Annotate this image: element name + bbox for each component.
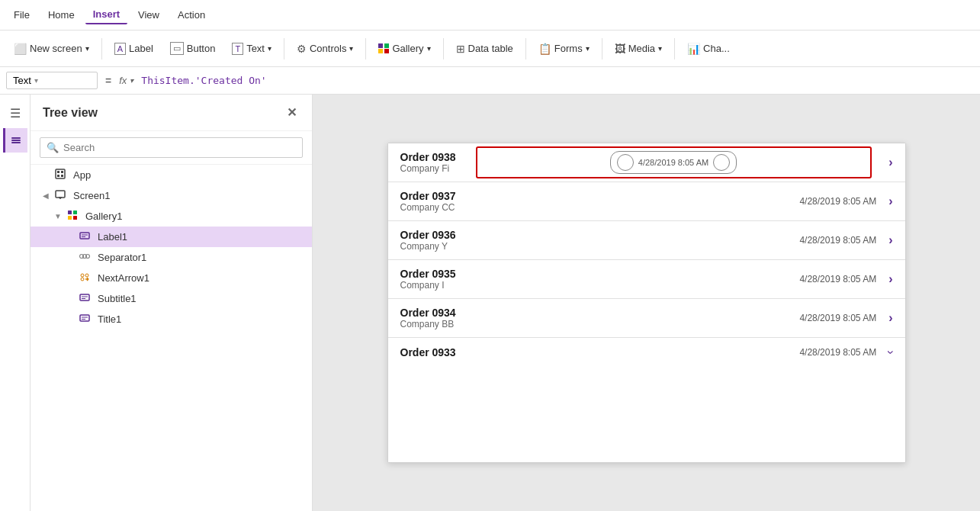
tree-items: App ◀ Screen1 ▼ <box>31 165 312 511</box>
tree-item-nextarrow1[interactable]: NextArrow1 <box>31 268 312 288</box>
gallery-item-0938[interactable]: Order 0938 Company Fi 4/28/2019 8:05 AM … <box>388 143 905 182</box>
svg-rect-12 <box>73 211 77 214</box>
search-icon: 🔍 <box>47 142 59 153</box>
expand-icon-screen1: ◀ <box>40 191 52 200</box>
selected-control-overlay: 4/28/2019 8:05 AM <box>476 146 872 178</box>
text-icon: T <box>232 43 243 55</box>
gallery-button[interactable]: Gallery ▾ <box>371 38 438 59</box>
chevron-down-icon-2: ▾ <box>268 44 272 53</box>
svg-rect-15 <box>80 233 89 239</box>
gallery-item-0935[interactable]: Order 0935 Company I 4/28/2019 8:05 AM › <box>388 260 905 299</box>
item-subtitle-0936: Company Y <box>400 241 788 252</box>
gallery-item-0937[interactable]: Order 0937 Company CC 4/28/2019 8:05 AM … <box>388 182 905 221</box>
svg-rect-2 <box>11 142 21 143</box>
svg-rect-7 <box>61 175 63 177</box>
toolbar-separator-4 <box>443 38 444 59</box>
item-chevron-0937: › <box>888 194 892 208</box>
item-text-0935: Order 0935 Company I <box>400 268 788 291</box>
tree-item-label: Label1 <box>98 231 127 243</box>
tree-item-label: Separator1 <box>98 252 146 263</box>
media-icon: 🖼 <box>615 43 625 55</box>
canvas-area: Order 0938 Company Fi 4/28/2019 8:05 AM … <box>313 95 980 511</box>
gallery-list: Order 0938 Company Fi 4/28/2019 8:05 AM … <box>388 143 905 462</box>
item-text-0936: Order 0936 Company Y <box>400 229 788 252</box>
menu-view[interactable]: View <box>130 6 167 24</box>
search-box: 🔍 <box>40 137 303 158</box>
formula-bar: Text ▾ = fx ▾ ThisItem.'Created On' <box>0 67 980 95</box>
label-button[interactable]: A Label <box>107 38 161 59</box>
new-screen-button[interactable]: ⬜ New screen ▾ <box>6 38 97 59</box>
item-subtitle-0934: Company BB <box>400 319 788 329</box>
label-icon: A <box>114 43 126 55</box>
toolbar-separator-6 <box>602 38 602 59</box>
controls-icon: ⚙ <box>297 43 307 55</box>
item-chevron-0938: › <box>888 156 892 169</box>
charts-button[interactable]: 📊 Cha... <box>680 38 737 59</box>
svg-rect-27 <box>80 294 89 300</box>
tree-item-subtitle1[interactable]: Subtitle1 <box>31 288 312 309</box>
label-tree-icon <box>79 230 90 243</box>
item-chevron-0936: › <box>888 233 892 247</box>
tree-close-button[interactable]: ✕ <box>284 104 300 121</box>
item-date-0936: 4/28/2019 8:05 AM <box>799 235 876 246</box>
toolbar-separator-2 <box>284 38 284 59</box>
tree-item-app[interactable]: App <box>31 165 312 185</box>
item-title-0937: Order 0937 <box>400 190 788 202</box>
expand-icon-gallery1: ▼ <box>52 212 64 220</box>
tree-item-screen1[interactable]: ◀ Screen1 <box>31 185 312 206</box>
svg-rect-6 <box>57 175 59 177</box>
svg-rect-4 <box>57 171 59 173</box>
layers-icon[interactable] <box>3 128 27 153</box>
item-date-0934: 4/28/2019 8:05 AM <box>799 313 876 323</box>
app-canvas: Order 0938 Company Fi 4/28/2019 8:05 AM … <box>387 143 906 463</box>
datatable-button[interactable]: ⊞ Data table <box>448 38 521 59</box>
menu-file[interactable]: File <box>6 6 37 24</box>
svg-rect-8 <box>56 191 65 198</box>
formula-input[interactable]: ThisItem.'Created On' <box>138 73 974 88</box>
forms-icon: 📋 <box>538 43 551 55</box>
svg-rect-14 <box>73 216 77 220</box>
menu-action[interactable]: Action <box>170 6 213 24</box>
chevron-down-icon: ▾ <box>85 44 89 53</box>
tree-title: Tree view <box>43 106 98 120</box>
tree-item-label1[interactable]: Label1 <box>31 227 312 247</box>
menu-bar: File Home Insert View Action <box>0 0 980 31</box>
toolbar-separator-3 <box>365 38 366 59</box>
equals-symbol: = <box>102 75 114 87</box>
gallery-item-0934[interactable]: Order 0934 Company BB 4/28/2019 8:05 AM … <box>388 299 905 338</box>
hamburger-menu-icon[interactable]: ☰ <box>3 101 27 125</box>
tree-item-label: App <box>73 169 91 181</box>
button-button[interactable]: ▭ Button <box>162 37 223 59</box>
chevron-down-icon-6: ▾ <box>658 44 662 53</box>
forms-button[interactable]: 📋 Forms ▾ <box>531 38 597 59</box>
title-tree-icon <box>79 313 90 326</box>
media-button[interactable]: 🖼 Media ▾ <box>607 38 670 59</box>
chevron-down-icon-4: ▾ <box>427 44 431 53</box>
gallery-icon <box>378 43 389 54</box>
menu-home[interactable]: Home <box>40 6 82 24</box>
toolbar: ⬜ New screen ▾ A Label ▭ Button T Text ▾… <box>0 31 980 67</box>
tree-item-title1[interactable]: Title1 <box>31 309 312 329</box>
nextarrow-tree-icon <box>79 272 90 284</box>
property-dropdown[interactable]: Text ▾ <box>6 72 98 89</box>
tree-item-separator1[interactable]: Separator1 <box>31 247 312 268</box>
item-title-0933: Order 0933 <box>400 346 788 358</box>
separator-tree-icon <box>79 251 90 264</box>
text-button[interactable]: T Text ▾ <box>224 38 279 59</box>
tree-search-area: 🔍 <box>31 131 312 165</box>
main-layout: ☰ Tree view ✕ 🔍 <box>0 95 980 511</box>
search-input[interactable] <box>63 142 296 153</box>
controls-button[interactable]: ⚙ Controls ▾ <box>289 38 361 59</box>
charts-icon: 📊 <box>687 43 700 55</box>
app-icon <box>55 169 66 182</box>
svg-rect-11 <box>68 211 72 214</box>
tree-item-label: Title1 <box>98 313 121 325</box>
gallery-item-0933[interactable]: Order 0933 4/28/2019 8:05 AM › <box>388 338 905 367</box>
tree-item-gallery1[interactable]: ▼ Gallery1 <box>31 206 312 227</box>
menu-insert[interactable]: Insert <box>85 5 127 24</box>
svg-point-22 <box>85 274 88 277</box>
item-title-0934: Order 0934 <box>400 307 788 319</box>
gallery-item-0936[interactable]: Order 0936 Company Y 4/28/2019 8:05 AM › <box>388 221 905 260</box>
svg-rect-30 <box>80 315 89 321</box>
svg-rect-3 <box>56 169 65 178</box>
